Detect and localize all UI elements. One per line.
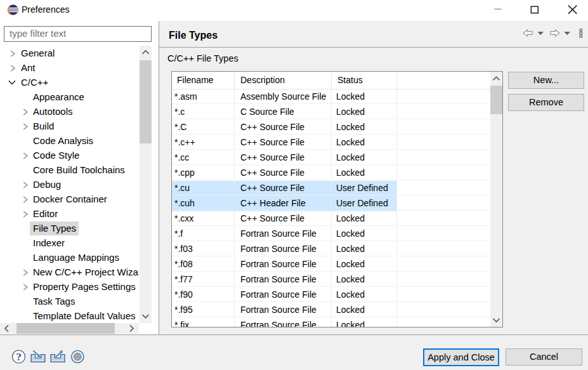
- svg-text:?: ?: [16, 350, 22, 363]
